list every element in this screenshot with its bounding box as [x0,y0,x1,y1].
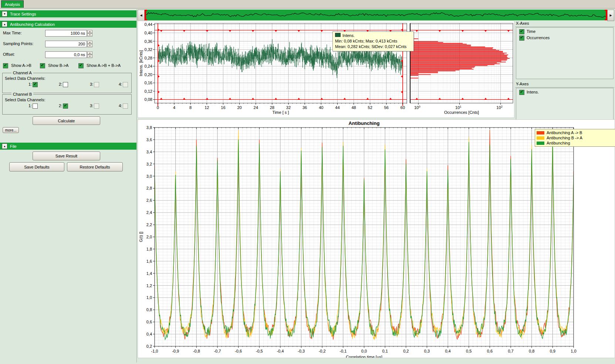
intens-axis-checkbox[interactable] [519,90,524,95]
svg-text:32: 32 [286,105,291,110]
channel-b-4-checkbox[interactable] [123,103,128,109]
save-defaults-button[interactable]: Save Defaults [9,162,64,171]
trace-settings-title: Trace Settings [10,12,36,16]
svg-text:0,16: 0,16 [145,81,152,85]
svg-text:1,2: 1,2 [146,283,152,288]
max-time-row: Max Time: ▲▼ [0,30,136,37]
svg-text:16: 16 [221,105,225,110]
svg-text:0,20: 0,20 [145,72,152,77]
show-ba-checkbox[interactable] [40,63,45,68]
save-result-button[interactable]: Save Result [33,152,100,160]
svg-text:8: 8 [189,105,192,110]
svg-text:0,08: 0,08 [145,97,152,102]
svg-text:0,9: 0,9 [550,349,555,353]
show-ab-label: Show A->B [11,63,31,68]
svg-text:0,4: 0,4 [146,332,152,336]
legend-label: Antibunching B -> A [547,136,582,140]
spinner-up-icon[interactable]: ▲ [87,41,92,44]
sidebar: ▼ Trace Settings ▲ Antibunching Calculat… [0,9,137,363]
spinner-down-icon[interactable]: ▼ [87,33,92,37]
antibunching-plot[interactable]: -1,0-0,9-0,8-0,7-0,6-0,5-0,4-0,3-0,2-0,1… [138,120,615,358]
channel-a-1-checkbox[interactable] [33,82,38,87]
spinner-down-icon[interactable]: ▼ [87,55,92,58]
intens-axis-label: Intens. [527,90,539,94]
collapse-up-icon[interactable]: ▲ [2,21,7,27]
svg-text:Correlation time [µs]: Correlation time [µs] [346,355,382,358]
overview-trace-line [145,10,607,20]
offset-stepper: ▲▼ [87,51,92,58]
svg-text:0,0: 0,0 [361,349,367,353]
channel-a-title: Channel A [11,71,33,75]
sampling-points-label: Sampling Points: [3,41,34,46]
legend-item: Antibunching A -> B [537,130,615,135]
show-ab-checkbox[interactable] [3,63,8,68]
trace-settings-header[interactable]: ▼ Trace Settings [0,10,136,17]
svg-text:0,2: 0,2 [146,344,152,348]
legend-swatch-icon [537,131,544,135]
svg-text:0,24: 0,24 [145,64,152,68]
file-title: File [10,144,17,149]
channel-b-1-checkbox[interactable] [33,103,38,109]
tab-analysis[interactable]: Analysis [1,0,24,8]
offset-field[interactable] [45,51,87,58]
overview-strip: ◀ ▶ [138,10,614,20]
file-header[interactable]: ▲ File [0,143,136,150]
channel-a-3-checkbox[interactable] [94,82,99,87]
occurrences-axis-checkbox[interactable] [519,35,524,41]
svg-text:44: 44 [335,105,339,110]
show-sum-checkbox[interactable] [78,63,84,68]
svg-text:-1,0: -1,0 [151,349,158,353]
calculate-button[interactable]: Calculate [33,116,100,125]
spinner-down-icon[interactable]: ▼ [87,44,92,47]
svg-text:3,4: 3,4 [146,150,152,154]
channel-b-3-checkbox[interactable] [94,103,99,109]
channel-b-title: Channel B [11,92,33,96]
svg-text:-0,3: -0,3 [298,349,305,353]
svg-text:1,6: 1,6 [146,259,152,263]
spinner-up-icon[interactable]: ▲ [87,30,92,33]
svg-text:0,3: 0,3 [424,349,430,353]
svg-text:0,6: 0,6 [487,349,493,353]
svg-text:3,8: 3,8 [146,125,152,130]
max-time-field[interactable] [45,30,87,37]
channel-a-2-checkbox[interactable] [63,82,68,87]
spinner-up-icon[interactable]: ▲ [87,51,92,55]
svg-text:Time [ s ]: Time [ s ] [273,110,289,115]
antibunching-legend: Antibunching A -> BAntibunching B -> AAn… [535,129,615,147]
svg-text:0,7: 0,7 [508,349,513,353]
collapse-down-icon[interactable]: ▼ [2,11,7,17]
range-start-handle[interactable] [145,10,147,20]
plot-area: ◀ ▶ 048121620242832364044485256600,080,1… [137,9,615,364]
sampling-points-field[interactable] [45,41,87,47]
antibunching-header[interactable]: ▲ Antibunching Calculation [0,21,136,28]
tooltip-minmax: Min: 0,08 kCnts; Max: 0,413 kCnts [335,38,411,44]
svg-text:0,8: 0,8 [529,349,534,353]
scroll-left-button[interactable]: ◀ [138,10,145,21]
show-sum-label: Show A->B + B->A [87,63,121,68]
svg-text:20: 20 [237,105,241,110]
time-axis-checkbox[interactable] [519,29,524,34]
restore-defaults-button[interactable]: Restore Defaults [67,162,123,171]
scroll-right-button[interactable]: ▶ [607,10,614,21]
legend-item: Antibunching B -> A [537,135,615,140]
intensity-trace-plot[interactable]: 048121620242832364044485256600,080,120,1… [138,21,514,118]
svg-text:Occurrences [Cnts]: Occurrences [Cnts] [444,110,479,115]
tooltip-meanstdev: Mean: 0,282 kCnts; StDev: 0,027 kCnts [335,44,411,50]
svg-text:-0,4: -0,4 [277,349,284,353]
svg-text:3,6: 3,6 [146,137,152,142]
collapse-up-icon[interactable]: ▲ [2,143,7,149]
legend-label: Antibunching [547,141,570,145]
occurrences-axis-label: Occurrences [527,35,550,40]
more-button[interactable]: more... [3,127,19,133]
range-end-handle[interactable] [605,10,607,20]
show-ba-label: Show B->A [48,63,68,68]
antibunching-canvas: -1,0-0,9-0,8-0,7-0,6-0,5-0,4-0,3-0,2-0,1… [138,119,615,358]
max-time-stepper: ▲▼ [87,30,92,37]
channel-a-4-checkbox[interactable] [123,82,128,87]
tab-bar: Analysis [0,0,615,8]
time-axis-label: Time [527,29,535,34]
y-axes-title: Y-Axes [515,81,614,88]
overview-trace[interactable] [145,10,607,20]
channel-b-2-checkbox[interactable] [63,103,68,109]
svg-text:102: 102 [496,105,503,110]
